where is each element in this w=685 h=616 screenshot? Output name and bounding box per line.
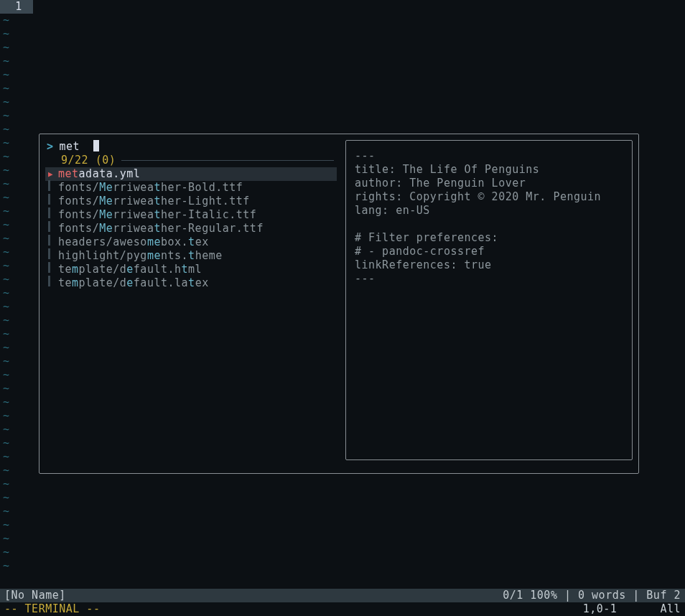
statusline: [No Name] 0/1 100% | 0 words | Buf 2 xyxy=(0,589,685,602)
tilde: ~ xyxy=(3,286,17,300)
tilde: ~ xyxy=(3,477,17,491)
chevron-right-icon xyxy=(48,207,58,223)
tilde: ~ xyxy=(3,109,17,123)
tilde: ~ xyxy=(3,136,17,150)
tilde: ~ xyxy=(3,68,17,82)
preview-line: linkReferences: true xyxy=(355,258,623,272)
list-item-label: highlight/pygments.theme xyxy=(58,249,223,263)
tilde: ~ xyxy=(3,191,17,205)
tilde: ~ xyxy=(3,505,17,518)
list-item[interactable]: highlight/pygments.theme xyxy=(45,249,337,263)
statusline-filename: [No Name] xyxy=(4,589,66,602)
list-item-label: headers/awesomebox.tex xyxy=(58,235,209,249)
tilde: ~ xyxy=(3,205,17,218)
tilde: ~ xyxy=(3,327,17,341)
list-item-label: fonts/Merriweather-Regular.ttf xyxy=(58,222,264,235)
tab-1[interactable]: 1 xyxy=(0,0,33,14)
chevron-right-icon: ▶ xyxy=(48,167,58,181)
list-item-label: fonts/Merriweather-Light.ttf xyxy=(58,195,250,208)
chevron-right-icon xyxy=(48,180,58,195)
tilde: ~ xyxy=(3,150,17,164)
tilde: ~ xyxy=(3,341,17,355)
tilde: ~ xyxy=(3,95,17,109)
tilde: ~ xyxy=(3,559,17,573)
modeline-percent: All xyxy=(660,602,681,616)
list-item[interactable]: fonts/Merriweather-Bold.ttf xyxy=(45,181,337,195)
list-item[interactable]: fonts/Merriweather-Regular.ttf xyxy=(45,222,337,235)
tilde: ~ xyxy=(3,450,17,464)
prompt-icon: > xyxy=(47,140,54,154)
list-item-label: metadata.yml xyxy=(58,167,140,181)
tilde: ~ xyxy=(3,164,17,177)
preview-line: lang: en-US xyxy=(355,204,623,218)
fzf-count-rule xyxy=(121,160,334,161)
preview-line: --- xyxy=(355,272,623,286)
tilde: ~ xyxy=(3,314,17,327)
list-item-label: template/default.html xyxy=(58,263,202,276)
fzf-result-list: ▶metadata.ymlfonts/Merriweather-Bold.ttf… xyxy=(45,167,337,290)
fzf-query-input[interactable] xyxy=(60,140,88,154)
tilde: ~ xyxy=(3,546,17,559)
modeline-mode: -- TERMINAL -- xyxy=(4,602,100,616)
tilde: ~ xyxy=(3,14,17,27)
fzf-preview-pane: ---title: The Life Of Penguinsauthor: Th… xyxy=(345,140,633,460)
list-item[interactable]: headers/awesomebox.tex xyxy=(45,235,337,249)
tilde: ~ xyxy=(3,300,17,314)
fzf-prompt-row: > xyxy=(45,140,337,154)
fzf-count-row: 9/22 (0) xyxy=(45,154,337,167)
statusline-info: 0/1 100% | 0 words | Buf 2 xyxy=(503,589,681,602)
tilde: ~ xyxy=(3,218,17,232)
preview-line: rights: Copyright © 2020 Mr. Penguin xyxy=(355,190,623,204)
chevron-right-icon xyxy=(48,221,58,236)
tilde: ~ xyxy=(3,409,17,423)
tilde: ~ xyxy=(3,273,17,286)
tilde: ~ xyxy=(3,464,17,477)
modeline-position: 1,0-1 xyxy=(583,602,618,616)
fzf-popup: > 9/22 (0) ▶metadata.ymlfonts/Merriweath… xyxy=(39,134,639,474)
tilde: ~ xyxy=(3,368,17,382)
chevron-right-icon xyxy=(48,194,58,209)
gutter: ~~~~~~~~~~~~~~~~~~~~~~~~~~~~~~~~~~~~~~~~… xyxy=(3,14,17,573)
tilde: ~ xyxy=(3,246,17,259)
tilde: ~ xyxy=(3,396,17,409)
tilde: ~ xyxy=(3,123,17,136)
tabline: 1 xyxy=(0,0,685,14)
chevron-right-icon xyxy=(48,248,58,263)
chevron-right-icon xyxy=(48,235,58,250)
chevron-right-icon xyxy=(48,276,58,291)
tilde: ~ xyxy=(3,232,17,246)
tilde: ~ xyxy=(3,82,17,95)
tilde: ~ xyxy=(3,491,17,505)
tilde: ~ xyxy=(3,423,17,437)
tilde: ~ xyxy=(3,518,17,532)
fzf-count: 9/22 (0) xyxy=(61,154,116,167)
modeline: -- TERMINAL -- 1,0-1 All xyxy=(0,602,685,616)
tilde: ~ xyxy=(3,532,17,546)
list-item[interactable]: fonts/Merriweather-Light.ttf xyxy=(45,195,337,208)
preview-line xyxy=(355,218,623,231)
preview-line: # Filter preferences: xyxy=(355,231,623,245)
tilde: ~ xyxy=(3,55,17,68)
list-item-label: template/default.latex xyxy=(58,276,209,290)
tilde: ~ xyxy=(3,41,17,55)
list-item-label: fonts/Merriweather-Italic.ttf xyxy=(58,208,256,222)
preview-line: author: The Penguin Lover xyxy=(355,177,623,190)
list-item[interactable]: template/default.latex xyxy=(45,276,337,290)
tilde: ~ xyxy=(3,259,17,273)
preview-line: title: The Life Of Penguins xyxy=(355,163,623,177)
list-item[interactable]: ▶metadata.yml xyxy=(45,167,337,181)
chevron-right-icon xyxy=(48,262,58,277)
cursor-icon xyxy=(93,140,99,151)
preview-line: --- xyxy=(355,149,623,163)
tilde: ~ xyxy=(3,27,17,41)
tilde: ~ xyxy=(3,177,17,191)
list-item[interactable]: fonts/Merriweather-Italic.ttf xyxy=(45,208,337,222)
tilde: ~ xyxy=(3,437,17,450)
tilde: ~ xyxy=(3,382,17,396)
list-item-label: fonts/Merriweather-Bold.ttf xyxy=(58,181,243,195)
preview-line: # - pandoc-crossref xyxy=(355,245,623,258)
tilde: ~ xyxy=(3,355,17,368)
list-item[interactable]: template/default.html xyxy=(45,263,337,276)
